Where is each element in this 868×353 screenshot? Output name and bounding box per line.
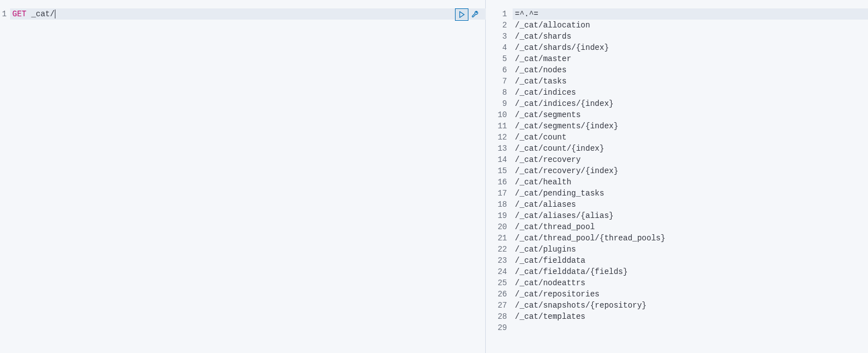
response-line: /_cat/snapshots/{repository} xyxy=(515,300,868,311)
http-method: GET xyxy=(12,10,26,18)
line-number: 29 xyxy=(486,322,507,333)
line-number: 20 xyxy=(486,221,507,233)
response-line: /_cat/fielddata/{fields} xyxy=(515,266,868,277)
line-number: 25 xyxy=(486,277,507,289)
response-line: /_cat/tasks xyxy=(515,76,868,87)
response-line: /_cat/recovery/{index} xyxy=(515,165,868,176)
response-line: /_cat/thread_pool xyxy=(515,221,868,233)
request-code[interactable]: GET _cat/ xyxy=(10,8,485,353)
line-number: 19 xyxy=(486,210,507,221)
request-editor[interactable]: 1 GET _cat/ xyxy=(0,0,485,353)
request-editor-panel: 1 GET _cat/ xyxy=(0,0,486,353)
response-line: /_cat/fielddata xyxy=(515,255,868,266)
line-number: 6 xyxy=(486,64,507,76)
response-line: /_cat/repositories xyxy=(515,289,868,300)
line-number: 1 xyxy=(486,8,507,20)
response-line: /_cat/segments/{index} xyxy=(515,120,868,132)
response-line: /_cat/master xyxy=(515,53,868,64)
response-line: =^.^= xyxy=(515,8,868,20)
text-cursor xyxy=(55,10,55,18)
response-line: /_cat/aliases xyxy=(515,199,868,210)
response-line: /_cat/count xyxy=(515,132,868,143)
response-line: /_cat/recovery xyxy=(515,154,868,165)
line-number: 13 xyxy=(486,143,507,154)
request-line[interactable]: GET _cat/ xyxy=(12,8,485,20)
line-number: 12 xyxy=(486,132,507,143)
line-number: 10 xyxy=(486,109,507,120)
response-line: /_cat/shards xyxy=(515,31,868,42)
line-number: 2 xyxy=(486,20,507,31)
line-number: 23 xyxy=(486,255,507,266)
line-number: 5 xyxy=(486,53,507,64)
response-line: /_cat/indices/{index} xyxy=(515,98,868,109)
response-line: /_cat/shards/{index} xyxy=(515,42,868,53)
response-line: /_cat/segments xyxy=(515,109,868,120)
response-line: /_cat/health xyxy=(515,176,868,188)
line-number: 21 xyxy=(486,233,507,244)
response-line: /_cat/thread_pool/{thread_pools} xyxy=(515,233,868,244)
response-line: /_cat/nodeattrs xyxy=(515,277,868,289)
line-number: 28 xyxy=(486,311,507,322)
response-line: /_cat/aliases/{alias} xyxy=(515,210,868,221)
options-button[interactable] xyxy=(468,8,482,21)
line-number: 24 xyxy=(486,266,507,277)
line-number: 17 xyxy=(486,188,507,199)
line-number: 18 xyxy=(486,199,507,210)
response-line: /_cat/templates xyxy=(515,311,868,322)
line-number: 22 xyxy=(486,244,507,255)
line-number: 15 xyxy=(486,165,507,176)
response-gutter: 1234567891011121314151617181920212223242… xyxy=(486,8,513,353)
line-number: 26 xyxy=(486,289,507,300)
line-number: 4 xyxy=(486,42,507,53)
line-number: 11 xyxy=(486,120,507,132)
response-line: /_cat/nodes xyxy=(515,64,868,76)
response-line: /_cat/count/{index} xyxy=(515,143,868,154)
response-line xyxy=(515,322,868,333)
response-viewer[interactable]: 1234567891011121314151617181920212223242… xyxy=(486,0,868,353)
response-line: /_cat/plugins xyxy=(515,244,868,255)
line-number: 8 xyxy=(486,87,507,98)
play-icon xyxy=(458,11,466,18)
request-toolbar xyxy=(455,8,482,21)
run-button[interactable] xyxy=(455,8,468,21)
response-line: /_cat/pending_tasks xyxy=(515,188,868,199)
line-number: 27 xyxy=(486,300,507,311)
wrench-icon xyxy=(471,11,479,18)
line-number: 16 xyxy=(486,176,507,188)
response-code[interactable]: =^.^=/_cat/allocation/_cat/shards/_cat/s… xyxy=(513,8,868,353)
response-line: /_cat/indices xyxy=(515,87,868,98)
line-number: 3 xyxy=(486,31,507,42)
response-line: /_cat/allocation xyxy=(515,20,868,31)
request-path: _cat/ xyxy=(31,10,55,18)
line-number: 1 xyxy=(0,8,7,20)
line-number: 9 xyxy=(486,98,507,109)
response-panel: ⋮ 12345678910111213141516171819202122232… xyxy=(486,0,868,353)
line-number: 14 xyxy=(486,154,507,165)
line-number: 7 xyxy=(486,76,507,87)
